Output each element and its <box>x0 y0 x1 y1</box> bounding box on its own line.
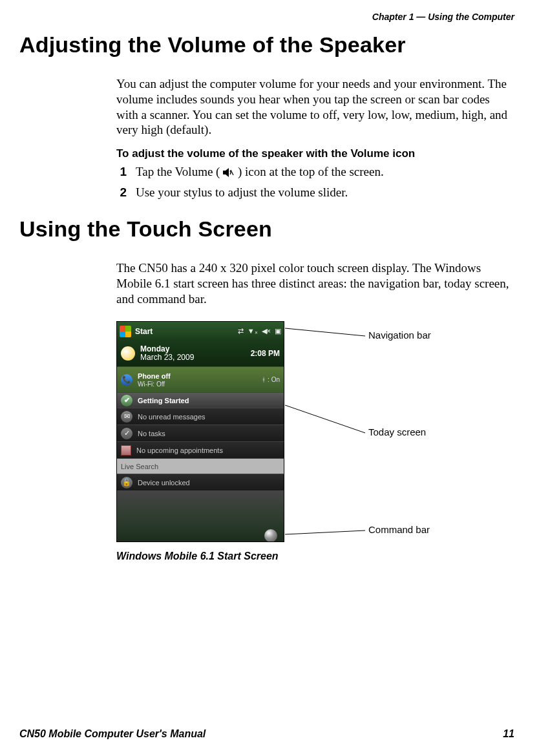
phone-off-label: Phone off <box>138 372 171 380</box>
step-text: Use your stylus to adjust the volume sli… <box>136 185 348 200</box>
appointments-row: No upcoming appointments <box>117 441 284 458</box>
svg-line-2 <box>285 328 365 336</box>
speaker-mute-icon: ◀× <box>262 327 271 335</box>
step-text-before: Tap the Volume ( <box>136 165 220 178</box>
step-text: Tap the Volume ( ) icon at the top of th… <box>136 164 384 180</box>
today-blank-area <box>117 490 284 542</box>
svg-line-4 <box>285 530 365 534</box>
phone-status-row: 📞 Phone off Wi-Fi: Off ᚼ : On <box>117 366 284 392</box>
callout-today-screen: Today screen <box>368 426 426 437</box>
callout-navigation-bar: Navigation bar <box>368 330 431 341</box>
live-search-row: Live Search <box>117 458 284 474</box>
windows-logo-icon <box>120 326 131 337</box>
step-text-after: ) icon at the top of the screen. <box>238 165 384 178</box>
wifi-label: Wi-Fi: Off <box>138 381 165 388</box>
svg-marker-0 <box>223 168 229 177</box>
svg-line-3 <box>285 405 365 433</box>
messages-label: No unread messages <box>138 413 206 421</box>
day-label: Monday <box>140 344 169 353</box>
time-label: 2:08 PM <box>251 349 280 358</box>
globe-icon <box>264 529 277 542</box>
callout-command-bar: Command bar <box>368 524 430 535</box>
lock-icon: 🔓 <box>121 477 132 488</box>
footer-manual-title: CN50 Mobile Computer User's Manual <box>19 728 206 740</box>
clock-icon <box>121 346 135 361</box>
page-number: 11 <box>503 728 514 740</box>
start-label: Start <box>135 327 153 336</box>
bluetooth-icon: ᚼ <box>262 376 266 383</box>
tasks-label: No tasks <box>138 430 165 437</box>
messages-row: ✉ No unread messages <box>117 408 284 425</box>
live-search-label: Live Search <box>121 463 158 470</box>
screenshot-caption: Windows Mobile 6.1 Start Screen <box>116 551 279 562</box>
navigation-bar: Start ⇄ ▼ₓ ◀× ▣ <box>117 322 284 341</box>
paragraph-volume-intro: You can adjust the computer volume for y… <box>116 76 514 138</box>
tasks-row: ✓ No tasks <box>117 425 284 441</box>
step-2: 2 Use your stylus to adjust the volume s… <box>116 185 514 200</box>
getting-started-icon: ✔ <box>121 395 132 406</box>
chapter-header: Chapter 1 — Using the Computer <box>372 12 514 22</box>
date-row: Monday March 23, 2009 2:08 PM <box>117 341 284 366</box>
step-number: 1 <box>116 164 127 180</box>
date-label: March 23, 2009 <box>140 353 194 362</box>
unlocked-label: Device unlocked <box>138 479 190 487</box>
subheading-volume-steps: To adjust the volume of the speaker with… <box>116 147 514 160</box>
paragraph-touchscreen-intro: The CN50 has a 240 x 320 pixel color tou… <box>116 260 514 306</box>
windows-mobile-screenshot: Start ⇄ ▼ₓ ◀× ▣ Monday March 23, 2009 2:… <box>116 321 284 542</box>
bluetooth-label: ᚼ : On <box>262 376 280 383</box>
phone-icon: 📞 <box>121 374 132 386</box>
heading-touchscreen: Using the Touch Screen <box>19 216 272 242</box>
volume-steps-list: 1 Tap the Volume ( ) icon at the top of … <box>116 164 514 205</box>
signal-icon: ▼ₓ <box>248 327 258 335</box>
getting-started-label: Getting Started <box>138 397 189 404</box>
getting-started-row: ✔ Getting Started <box>117 392 284 408</box>
connectivity-icon: ⇄ <box>238 327 244 335</box>
tasks-icon: ✓ <box>121 428 132 439</box>
battery-icon: ▣ <box>275 327 281 335</box>
step-1: 1 Tap the Volume ( ) icon at the top of … <box>116 164 514 180</box>
heading-volume: Adjusting the Volume of the Speaker <box>19 32 406 58</box>
volume-icon <box>223 168 235 177</box>
appointments-label: No upcoming appointments <box>136 446 223 454</box>
device-unlocked-row: 🔓 Device unlocked <box>117 474 284 490</box>
step-number: 2 <box>116 185 127 200</box>
mail-icon: ✉ <box>121 411 132 423</box>
calendar-icon <box>121 445 131 456</box>
